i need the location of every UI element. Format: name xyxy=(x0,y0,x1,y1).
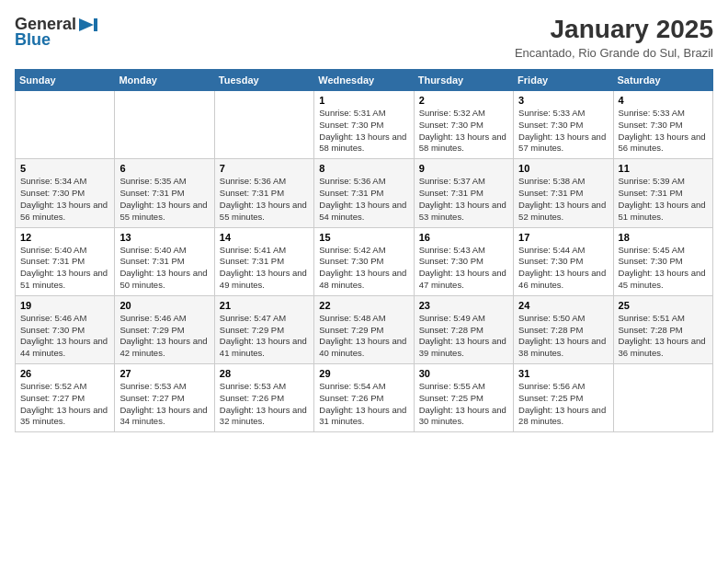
day-number: 15 xyxy=(319,232,408,243)
calendar-cell: 7Sunrise: 5:36 AMSunset: 7:31 PMDaylight… xyxy=(214,159,313,227)
weekday-header-monday: Monday xyxy=(115,70,214,91)
calendar-cell: 11Sunrise: 5:39 AMSunset: 7:31 PMDayligh… xyxy=(613,159,712,227)
day-info: Sunrise: 5:46 AMSunset: 7:29 PMDaylight:… xyxy=(119,313,209,360)
calendar-cell: 10Sunrise: 5:38 AMSunset: 7:31 PMDayligh… xyxy=(514,159,613,227)
calendar-cell: 22Sunrise: 5:48 AMSunset: 7:29 PMDayligh… xyxy=(314,295,414,363)
page-header: General Blue January 2025 Encantado, Rio… xyxy=(15,15,713,60)
day-number: 16 xyxy=(419,232,508,243)
title-block: January 2025 Encantado, Rio Grande do Su… xyxy=(515,15,713,60)
day-info: Sunrise: 5:32 AMSunset: 7:30 PMDaylight:… xyxy=(419,108,508,155)
location-subtitle: Encantado, Rio Grande do Sul, Brazil xyxy=(515,46,713,60)
day-number: 28 xyxy=(220,368,309,379)
day-number: 3 xyxy=(518,95,608,106)
day-number: 14 xyxy=(220,232,309,243)
day-info: Sunrise: 5:31 AMSunset: 7:30 PMDaylight:… xyxy=(319,108,408,155)
calendar-cell: 29Sunrise: 5:54 AMSunset: 7:26 PMDayligh… xyxy=(314,364,414,432)
day-info: Sunrise: 5:37 AMSunset: 7:31 PMDaylight:… xyxy=(419,176,508,223)
day-number: 2 xyxy=(419,95,508,106)
day-info: Sunrise: 5:41 AMSunset: 7:31 PMDaylight:… xyxy=(220,245,309,292)
day-number: 23 xyxy=(419,300,508,311)
calendar-cell xyxy=(214,91,313,159)
day-number: 30 xyxy=(419,368,508,379)
day-info: Sunrise: 5:42 AMSunset: 7:30 PMDaylight:… xyxy=(319,245,408,292)
day-number: 13 xyxy=(119,232,209,243)
day-number: 19 xyxy=(20,300,109,311)
day-info: Sunrise: 5:53 AMSunset: 7:27 PMDaylight:… xyxy=(119,381,209,428)
calendar-cell: 26Sunrise: 5:52 AMSunset: 7:27 PMDayligh… xyxy=(16,364,115,432)
calendar-cell: 2Sunrise: 5:32 AMSunset: 7:30 PMDaylight… xyxy=(414,91,513,159)
weekday-header-friday: Friday xyxy=(514,70,613,91)
day-info: Sunrise: 5:47 AMSunset: 7:29 PMDaylight:… xyxy=(220,313,309,360)
calendar-cell: 30Sunrise: 5:55 AMSunset: 7:25 PMDayligh… xyxy=(414,364,513,432)
calendar-cell xyxy=(115,91,214,159)
day-number: 4 xyxy=(619,95,708,106)
calendar-cell: 9Sunrise: 5:37 AMSunset: 7:31 PMDaylight… xyxy=(414,159,513,227)
day-info: Sunrise: 5:33 AMSunset: 7:30 PMDaylight:… xyxy=(619,108,708,155)
calendar-cell: 14Sunrise: 5:41 AMSunset: 7:31 PMDayligh… xyxy=(214,227,313,295)
weekday-header-tuesday: Tuesday xyxy=(214,70,313,91)
day-info: Sunrise: 5:44 AMSunset: 7:30 PMDaylight:… xyxy=(518,245,608,292)
day-number: 18 xyxy=(619,232,708,243)
calendar-table: SundayMondayTuesdayWednesdayThursdayFrid… xyxy=(15,69,713,432)
logo-blue-text: Blue xyxy=(15,30,51,50)
day-number: 20 xyxy=(119,300,209,311)
day-info: Sunrise: 5:39 AMSunset: 7:31 PMDaylight:… xyxy=(619,176,708,223)
day-number: 11 xyxy=(619,163,708,174)
calendar-week-4: 19Sunrise: 5:46 AMSunset: 7:30 PMDayligh… xyxy=(16,295,713,363)
day-number: 27 xyxy=(119,368,209,379)
day-number: 1 xyxy=(319,95,408,106)
day-info: Sunrise: 5:50 AMSunset: 7:28 PMDaylight:… xyxy=(518,313,608,360)
svg-marker-1 xyxy=(94,18,97,31)
calendar-week-1: 1Sunrise: 5:31 AMSunset: 7:30 PMDaylight… xyxy=(16,91,713,159)
calendar-week-2: 5Sunrise: 5:34 AMSunset: 7:30 PMDaylight… xyxy=(16,159,713,227)
calendar-cell: 24Sunrise: 5:50 AMSunset: 7:28 PMDayligh… xyxy=(514,295,613,363)
calendar-cell: 4Sunrise: 5:33 AMSunset: 7:30 PMDaylight… xyxy=(613,91,712,159)
day-number: 6 xyxy=(119,163,209,174)
weekday-header-wednesday: Wednesday xyxy=(314,70,414,91)
calendar-cell: 31Sunrise: 5:56 AMSunset: 7:25 PMDayligh… xyxy=(514,364,613,432)
day-info: Sunrise: 5:52 AMSunset: 7:27 PMDaylight:… xyxy=(20,381,109,428)
day-info: Sunrise: 5:40 AMSunset: 7:31 PMDaylight:… xyxy=(20,245,109,292)
day-info: Sunrise: 5:36 AMSunset: 7:31 PMDaylight:… xyxy=(220,176,309,223)
day-info: Sunrise: 5:34 AMSunset: 7:30 PMDaylight:… xyxy=(20,176,109,223)
day-number: 21 xyxy=(220,300,309,311)
calendar-cell: 25Sunrise: 5:51 AMSunset: 7:28 PMDayligh… xyxy=(613,295,712,363)
calendar-week-3: 12Sunrise: 5:40 AMSunset: 7:31 PMDayligh… xyxy=(16,227,713,295)
day-info: Sunrise: 5:53 AMSunset: 7:26 PMDaylight:… xyxy=(220,381,309,428)
day-number: 31 xyxy=(518,368,608,379)
day-info: Sunrise: 5:40 AMSunset: 7:31 PMDaylight:… xyxy=(119,245,209,292)
day-number: 25 xyxy=(619,300,708,311)
calendar-cell: 23Sunrise: 5:49 AMSunset: 7:28 PMDayligh… xyxy=(414,295,513,363)
day-info: Sunrise: 5:55 AMSunset: 7:25 PMDaylight:… xyxy=(419,381,508,428)
svg-marker-0 xyxy=(79,18,94,31)
day-number: 29 xyxy=(319,368,408,379)
calendar-cell: 21Sunrise: 5:47 AMSunset: 7:29 PMDayligh… xyxy=(214,295,313,363)
logo-flag-icon xyxy=(79,18,97,31)
calendar-cell: 19Sunrise: 5:46 AMSunset: 7:30 PMDayligh… xyxy=(16,295,115,363)
calendar-cell: 1Sunrise: 5:31 AMSunset: 7:30 PMDaylight… xyxy=(314,91,414,159)
calendar-cell xyxy=(613,364,712,432)
calendar-cell: 13Sunrise: 5:40 AMSunset: 7:31 PMDayligh… xyxy=(115,227,214,295)
day-info: Sunrise: 5:35 AMSunset: 7:31 PMDaylight:… xyxy=(119,176,209,223)
day-info: Sunrise: 5:48 AMSunset: 7:29 PMDaylight:… xyxy=(319,313,408,360)
weekday-header-saturday: Saturday xyxy=(613,70,712,91)
day-info: Sunrise: 5:51 AMSunset: 7:28 PMDaylight:… xyxy=(619,313,708,360)
weekday-header-row: SundayMondayTuesdayWednesdayThursdayFrid… xyxy=(16,70,713,91)
day-number: 5 xyxy=(20,163,109,174)
calendar-cell: 5Sunrise: 5:34 AMSunset: 7:30 PMDaylight… xyxy=(16,159,115,227)
calendar-cell: 17Sunrise: 5:44 AMSunset: 7:30 PMDayligh… xyxy=(514,227,613,295)
day-info: Sunrise: 5:56 AMSunset: 7:25 PMDaylight:… xyxy=(518,381,608,428)
calendar-cell: 28Sunrise: 5:53 AMSunset: 7:26 PMDayligh… xyxy=(214,364,313,432)
day-number: 22 xyxy=(319,300,408,311)
day-info: Sunrise: 5:36 AMSunset: 7:31 PMDaylight:… xyxy=(319,176,408,223)
calendar-cell: 6Sunrise: 5:35 AMSunset: 7:31 PMDaylight… xyxy=(115,159,214,227)
weekday-header-sunday: Sunday xyxy=(16,70,115,91)
day-number: 17 xyxy=(518,232,608,243)
calendar-cell: 12Sunrise: 5:40 AMSunset: 7:31 PMDayligh… xyxy=(16,227,115,295)
day-number: 26 xyxy=(20,368,109,379)
day-info: Sunrise: 5:46 AMSunset: 7:30 PMDaylight:… xyxy=(20,313,109,360)
calendar-cell: 18Sunrise: 5:45 AMSunset: 7:30 PMDayligh… xyxy=(613,227,712,295)
weekday-header-thursday: Thursday xyxy=(414,70,513,91)
day-info: Sunrise: 5:54 AMSunset: 7:26 PMDaylight:… xyxy=(319,381,408,428)
day-info: Sunrise: 5:43 AMSunset: 7:30 PMDaylight:… xyxy=(419,245,508,292)
